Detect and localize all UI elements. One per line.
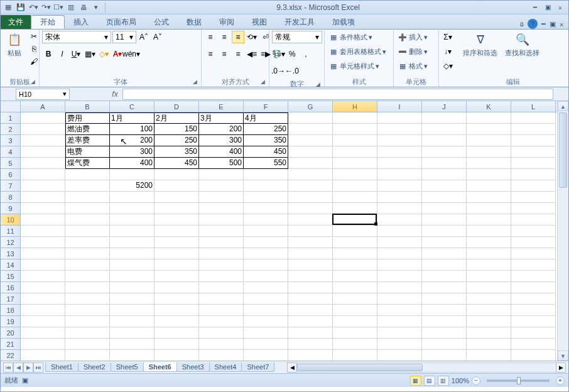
cell[interactable] — [21, 259, 65, 271]
cell[interactable] — [110, 271, 154, 282]
cell[interactable] — [333, 112, 377, 124]
cell[interactable]: 250 — [154, 135, 199, 146]
cell[interactable] — [467, 169, 511, 180]
print-preview-icon[interactable]: 🖶 — [79, 3, 89, 13]
cell[interactable] — [422, 271, 467, 282]
cell[interactable] — [199, 350, 244, 361]
cell[interactable] — [154, 350, 199, 361]
cell[interactable] — [199, 316, 244, 327]
cell[interactable] — [110, 248, 154, 259]
cell[interactable] — [110, 282, 154, 293]
cell[interactable] — [154, 226, 199, 237]
cell[interactable] — [467, 327, 511, 339]
cell[interactable] — [288, 112, 333, 124]
cell[interactable] — [333, 214, 377, 226]
increase-decimal-icon[interactable]: .0→ — [272, 65, 284, 77]
cell[interactable] — [21, 214, 65, 226]
cell[interactable] — [333, 124, 377, 135]
cell[interactable] — [511, 339, 556, 350]
cell[interactable] — [244, 350, 288, 361]
cell[interactable] — [110, 259, 154, 271]
format-painter-icon[interactable]: 🖌 — [28, 56, 40, 67]
cell[interactable] — [333, 339, 377, 350]
cell[interactable] — [511, 327, 556, 339]
cell[interactable] — [377, 226, 422, 237]
sheet-tab-sheet6[interactable]: Sheet6 — [143, 362, 177, 372]
cell[interactable] — [21, 282, 65, 293]
cell[interactable] — [288, 169, 333, 180]
cell[interactable]: 150 — [154, 124, 199, 135]
zoom-slider[interactable] — [487, 379, 550, 382]
comma-icon[interactable]: , — [300, 48, 312, 60]
font-name-combo[interactable]: 宋体▾ — [42, 31, 111, 43]
cell[interactable]: 差率费 — [65, 135, 110, 146]
delete-cells-button[interactable]: ➖删除▾ — [396, 45, 429, 58]
cell[interactable] — [467, 271, 511, 282]
cell[interactable] — [333, 248, 377, 259]
cell[interactable] — [110, 226, 154, 237]
cell[interactable] — [244, 305, 288, 316]
cell[interactable] — [511, 180, 556, 192]
cell[interactable] — [288, 237, 333, 248]
save-icon[interactable]: 💾 — [16, 3, 26, 13]
cell[interactable] — [377, 124, 422, 135]
cell[interactable] — [511, 135, 556, 146]
cell[interactable] — [377, 112, 422, 124]
row-header-11[interactable]: 11 — [1, 226, 21, 237]
cell[interactable] — [511, 305, 556, 316]
orientation-icon[interactable]: ⟲▾ — [246, 31, 258, 43]
cell[interactable] — [21, 327, 65, 339]
cell[interactable] — [377, 339, 422, 350]
tab-formulas[interactable]: 公式 — [145, 15, 178, 29]
font-dialog-icon[interactable]: ◢ — [193, 79, 197, 85]
cell[interactable] — [422, 146, 467, 158]
cell[interactable] — [333, 350, 377, 361]
cell[interactable] — [377, 203, 422, 214]
cell[interactable] — [65, 339, 110, 350]
cell[interactable] — [65, 316, 110, 327]
qat-dropdown-icon[interactable]: ▾ — [91, 3, 101, 13]
cell[interactable] — [21, 293, 65, 305]
row-header-1[interactable]: 1 — [1, 112, 21, 124]
percent-icon[interactable]: % — [286, 48, 298, 60]
scroll-up-icon[interactable]: ▲ — [558, 101, 568, 111]
cell[interactable] — [288, 248, 333, 259]
decrease-indent-icon[interactable]: ◀≡ — [246, 48, 258, 60]
paste-button[interactable]: 📋 粘贴 — [3, 31, 26, 59]
cell[interactable] — [154, 248, 199, 259]
column-header-C[interactable]: C — [110, 101, 154, 112]
cell[interactable] — [377, 214, 422, 226]
sheet-tab-sheet4[interactable]: Sheet4 — [209, 362, 242, 372]
cell[interactable] — [288, 293, 333, 305]
cell[interactable]: 400 — [199, 146, 244, 158]
sheet-tab-sheet5[interactable]: Sheet5 — [111, 362, 144, 372]
maximize-button[interactable]: ▣ — [542, 3, 553, 12]
cell[interactable] — [110, 316, 154, 327]
cell[interactable]: 5200 — [110, 180, 154, 192]
cell[interactable] — [467, 316, 511, 327]
ribbon-minimize-icon[interactable]: ۵ — [520, 20, 524, 28]
cell[interactable] — [511, 271, 556, 282]
cell[interactable] — [467, 192, 511, 203]
cell[interactable] — [199, 293, 244, 305]
tab-view[interactable]: 视图 — [243, 15, 276, 29]
cell[interactable]: 400 — [110, 158, 154, 169]
column-header-D[interactable]: D — [154, 101, 199, 112]
cell[interactable] — [21, 237, 65, 248]
cell[interactable] — [110, 192, 154, 203]
cell[interactable] — [288, 214, 333, 226]
select-all-corner[interactable] — [1, 101, 21, 112]
scroll-down-icon[interactable]: ▼ — [558, 351, 568, 361]
column-header-I[interactable]: I — [377, 101, 422, 112]
cell[interactable] — [511, 350, 556, 361]
cell[interactable] — [154, 293, 199, 305]
cell[interactable]: 300 — [199, 135, 244, 146]
zoom-in-button[interactable]: + — [556, 376, 565, 385]
cell[interactable]: 350 — [154, 146, 199, 158]
accounting-format-icon[interactable]: 💱▾ — [272, 48, 284, 60]
tab-home[interactable]: 开始 — [31, 15, 65, 29]
cell[interactable] — [21, 339, 65, 350]
cell[interactable] — [21, 192, 65, 203]
cell[interactable] — [377, 350, 422, 361]
cell[interactable]: 100 — [110, 124, 154, 135]
